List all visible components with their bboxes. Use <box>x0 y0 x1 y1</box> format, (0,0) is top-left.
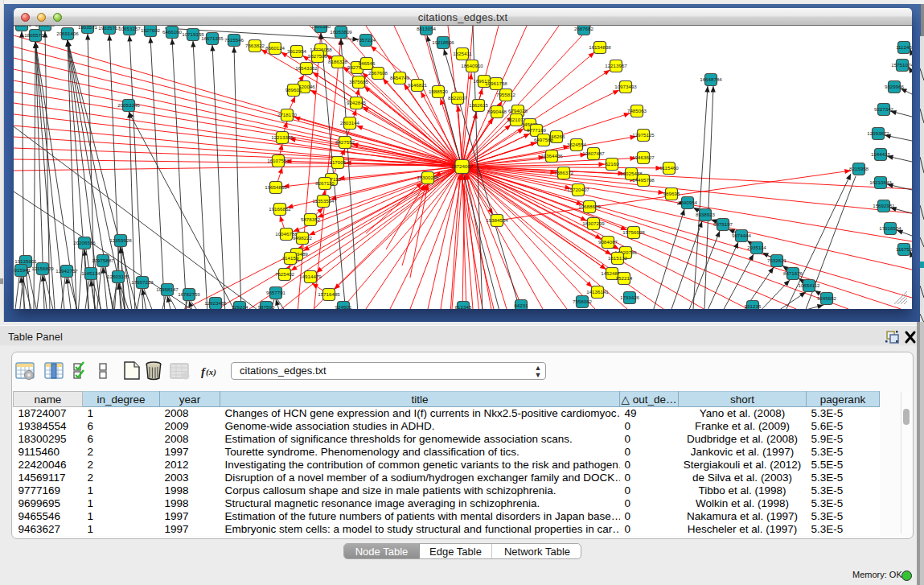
svg-text:989601: 989601 <box>285 87 302 93</box>
svg-text:15756928: 15756928 <box>622 229 645 235</box>
svg-text:1640954: 1640954 <box>678 200 698 205</box>
svg-text:12942757: 12942757 <box>55 268 78 274</box>
svg-text:1615132: 1615132 <box>608 255 628 261</box>
svg-text:16671355: 16671355 <box>201 35 224 41</box>
svg-text:21364436: 21364436 <box>540 153 563 159</box>
svg-text:3915941: 3915941 <box>14 267 31 273</box>
svg-text:12213967: 12213967 <box>605 63 627 68</box>
svg-text:2803144: 2803144 <box>340 120 360 126</box>
svg-text:111245: 111245 <box>896 44 912 50</box>
svg-text:7625402: 7625402 <box>275 271 295 277</box>
svg-text:10958147: 10958147 <box>156 286 179 292</box>
svg-text:19166852: 19166852 <box>269 206 291 212</box>
svg-text:19463627: 19463627 <box>632 154 655 160</box>
svg-text:1362615: 1362615 <box>469 102 489 108</box>
svg-text:7558062: 7558062 <box>573 299 593 304</box>
svg-text:10807487: 10807487 <box>582 150 605 156</box>
svg-text:8471676: 8471676 <box>783 270 803 276</box>
svg-text:15716485: 15716485 <box>318 291 340 297</box>
svg-text:2367608: 2367608 <box>368 70 388 76</box>
svg-text:9498222: 9498222 <box>293 235 313 241</box>
svg-text:20053346: 20053346 <box>117 102 140 108</box>
svg-text:18055712: 18055712 <box>24 32 47 38</box>
svg-text:2718170: 2718170 <box>277 112 298 117</box>
svg-text:14495798: 14495798 <box>632 177 655 183</box>
svg-text:18640910: 18640910 <box>461 63 483 68</box>
svg-text:19384554: 19384554 <box>486 217 508 223</box>
svg-text:1325411: 1325411 <box>453 51 472 56</box>
svg-text:64231: 64231 <box>514 303 528 308</box>
svg-text:9329966: 9329966 <box>885 84 905 89</box>
svg-text:129234: 129234 <box>232 304 248 309</box>
svg-text:16543362: 16543362 <box>295 65 318 71</box>
svg-text:6794028: 6794028 <box>508 108 528 113</box>
svg-text:8322037: 8322037 <box>448 95 468 101</box>
svg-text:12156829: 12156829 <box>31 266 54 271</box>
svg-text:19135001: 19135001 <box>14 258 37 264</box>
svg-text:17957223: 17957223 <box>131 279 154 285</box>
svg-text:6466160: 6466160 <box>162 29 183 35</box>
svg-text:1244415: 1244415 <box>871 151 891 157</box>
svg-text:16053809: 16053809 <box>330 29 352 35</box>
svg-text:1527602: 1527602 <box>141 27 161 33</box>
svg-text:8990448: 8990448 <box>487 109 507 114</box>
svg-text:12923485: 12923485 <box>204 300 227 306</box>
svg-text:116753: 116753 <box>896 246 912 252</box>
svg-text:14914479: 14914479 <box>299 274 322 279</box>
svg-text:314159: 314159 <box>282 255 299 261</box>
svg-text:8186328: 8186328 <box>328 59 348 64</box>
svg-text:9674444: 9674444 <box>732 233 752 238</box>
svg-text:6879197: 6879197 <box>713 221 733 227</box>
svg-text:16107553: 16107553 <box>267 158 290 163</box>
svg-text:14136141: 14136141 <box>586 289 609 295</box>
svg-text:2069140: 2069140 <box>35 26 55 27</box>
svg-text:1905571: 1905571 <box>14 26 32 27</box>
svg-text:8454749: 8454749 <box>390 75 410 80</box>
svg-text:3912954: 3912954 <box>287 48 307 54</box>
svg-text:10653257: 10653257 <box>118 26 141 31</box>
svg-text:7515546: 7515546 <box>224 37 244 43</box>
svg-text:989695: 989695 <box>663 191 680 196</box>
svg-text:987593: 987593 <box>258 304 275 309</box>
svg-text:20691406: 20691406 <box>56 31 79 36</box>
svg-text:8660124: 8660124 <box>265 45 285 51</box>
svg-text:11353594: 11353594 <box>312 198 335 204</box>
svg-text:12213369: 12213369 <box>271 134 294 140</box>
svg-text:18300295: 18300295 <box>417 175 439 180</box>
svg-text:12975125: 12975125 <box>632 132 655 138</box>
svg-text:7357224: 7357224 <box>356 37 376 43</box>
svg-text:15751074: 15751074 <box>891 62 912 68</box>
svg-text:12093872: 12093872 <box>867 130 889 136</box>
svg-text:9084067: 9084067 <box>598 239 618 245</box>
svg-text:1733426: 1733426 <box>620 295 640 300</box>
svg-text:9115460: 9115460 <box>659 165 679 171</box>
svg-text:20206536: 20206536 <box>73 240 96 245</box>
svg-text:8267110: 8267110 <box>315 180 335 186</box>
svg-text:7955812: 7955812 <box>496 92 516 97</box>
svg-text:17016504: 17016504 <box>879 225 901 231</box>
svg-text:19654855: 19654855 <box>265 184 287 190</box>
svg-text:9327509: 9327509 <box>308 53 328 59</box>
svg-text:8215958: 8215958 <box>849 166 869 171</box>
svg-text:7632621: 7632621 <box>767 257 787 263</box>
svg-text:9146821: 9146821 <box>408 82 428 88</box>
svg-text:10688609: 10688609 <box>578 204 601 209</box>
svg-text:(x): (x) <box>206 367 216 377</box>
svg-text:9245652: 9245652 <box>817 295 837 301</box>
svg-text:7485063: 7485063 <box>627 108 647 113</box>
svg-text:16210643: 16210643 <box>869 179 892 185</box>
svg-text:9777169: 9777169 <box>527 127 547 133</box>
svg-text:1588520: 1588520 <box>429 89 449 94</box>
svg-text:3875685: 3875685 <box>349 79 369 84</box>
svg-text:18724007: 18724007 <box>451 163 474 169</box>
svg-text:10961758: 10961758 <box>485 80 507 86</box>
svg-text:16782759: 16782759 <box>178 291 200 297</box>
svg-text:62160: 62160 <box>605 161 619 167</box>
svg-text:812345: 812345 <box>455 304 472 309</box>
svg-text:3624554: 3624554 <box>567 142 587 147</box>
svg-text:15692951: 15692951 <box>873 203 895 208</box>
svg-text:117006: 117006 <box>330 159 347 165</box>
svg-text:12359928: 12359928 <box>109 237 132 243</box>
svg-text:19035717: 19035717 <box>98 26 121 31</box>
svg-text:252214: 252214 <box>616 275 633 281</box>
